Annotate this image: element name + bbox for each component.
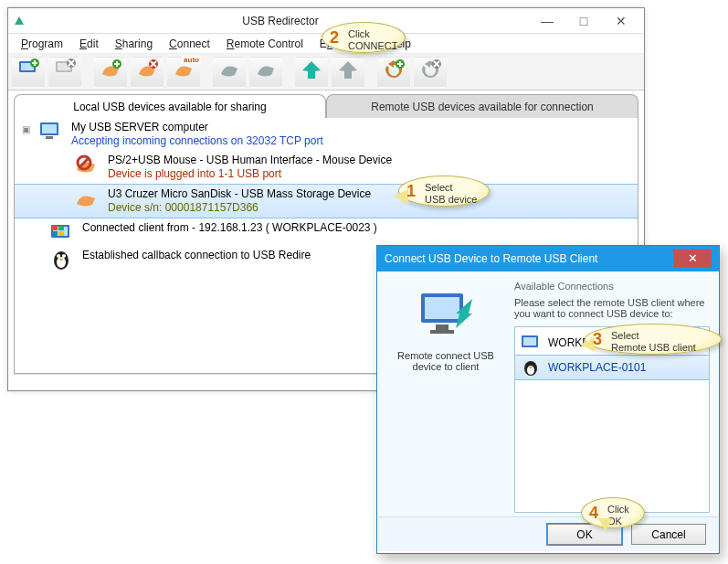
tree-selected-subtitle: Device s/n: 00001871157D366 bbox=[108, 201, 371, 215]
tree-callback-title: Established callback connection to USB R… bbox=[82, 249, 311, 262]
computer-icon bbox=[38, 121, 64, 143]
connect-dialog: Connect USB Device to Remote USB Client … bbox=[376, 245, 720, 554]
callout-2: 2 Click CONNECT bbox=[322, 22, 406, 53]
tree-item-selected[interactable]: U3 Cruzer Micro SanDisk - USB Mass Stora… bbox=[15, 184, 638, 218]
callout-line1: Select bbox=[425, 182, 453, 193]
tb-disconnect-button[interactable] bbox=[332, 57, 364, 88]
dialog-title: Connect USB Device to Remote USB Client bbox=[385, 252, 673, 265]
dialog-button-row: OK Cancel bbox=[377, 516, 719, 551]
linux-client-icon bbox=[521, 358, 541, 377]
callout-3: 3 Select Remote USB client bbox=[585, 324, 722, 355]
callout-line2: CONNECT bbox=[348, 40, 397, 51]
svg-rect-26 bbox=[425, 297, 459, 319]
tb-auto-share-button[interactable]: auto bbox=[167, 57, 200, 88]
menu-remote-control[interactable]: Remote Control bbox=[219, 36, 311, 52]
tab-remote[interactable]: Remote USB devices available for connect… bbox=[326, 94, 638, 118]
dialog-titlebar: Connect USB Device to Remote USB Client … bbox=[377, 246, 719, 271]
callout-4: 4 Click OK bbox=[581, 497, 645, 528]
svg-rect-19 bbox=[52, 231, 58, 236]
callout-number: 1 bbox=[406, 186, 416, 197]
minimize-button[interactable]: — bbox=[529, 12, 565, 30]
toolbar: auto bbox=[8, 54, 644, 90]
menu-sharing[interactable]: Sharing bbox=[108, 36, 160, 52]
remote-connect-icon bbox=[414, 288, 478, 343]
close-button[interactable]: ✕ bbox=[602, 12, 640, 30]
tree-item-client[interactable]: Connected client from - 192.168.1.23 ( W… bbox=[15, 218, 638, 246]
app-icon bbox=[12, 14, 26, 28]
svg-rect-11 bbox=[42, 124, 57, 133]
tree-root-subtitle: Accepting incoming connections on 32032 … bbox=[71, 134, 323, 148]
tabs: Local USB devices available for sharing … bbox=[8, 94, 644, 118]
menu-connect[interactable]: Connect bbox=[162, 36, 217, 52]
svg-rect-12 bbox=[46, 136, 53, 139]
callout-line2: OK bbox=[607, 516, 622, 527]
callout-1: 1 Select USB device bbox=[398, 176, 490, 207]
svg-point-24 bbox=[62, 254, 66, 258]
collapse-icon[interactable]: ▣ bbox=[22, 124, 31, 134]
tab-local[interactable]: Local USB devices available for sharing bbox=[14, 94, 326, 118]
svg-rect-27 bbox=[436, 325, 448, 330]
connection-list[interactable]: WORKPLACE-0023 WORKPLACE-0101 bbox=[514, 326, 710, 513]
cancel-button[interactable]: Cancel bbox=[631, 524, 706, 545]
menu-program[interactable]: Program bbox=[14, 36, 70, 52]
auto-tag: auto bbox=[182, 56, 201, 64]
linux-client-icon bbox=[49, 249, 75, 271]
shared-device-icon bbox=[75, 187, 100, 209]
tb-remove-server-button[interactable] bbox=[48, 57, 81, 88]
callout-line1: Select bbox=[611, 330, 639, 341]
dialog-hint: Please select the remote USB client wher… bbox=[514, 292, 710, 326]
svg-rect-18 bbox=[58, 226, 64, 230]
windows-client-icon bbox=[49, 221, 75, 243]
callout-number: 3 bbox=[593, 334, 602, 346]
tree-root-title: My USB SERVER computer bbox=[71, 121, 323, 134]
callout-line2: USB device bbox=[425, 194, 477, 205]
svg-point-22 bbox=[57, 257, 66, 268]
svg-point-23 bbox=[57, 254, 60, 258]
tb-unshare-button[interactable] bbox=[131, 57, 164, 88]
tb-connect-button[interactable] bbox=[295, 57, 328, 88]
dialog-left-panel: Remote connect USB device to client bbox=[386, 281, 505, 513]
dialog-close-button[interactable]: ✕ bbox=[673, 250, 712, 268]
connection-label: WORKPLACE-0101 bbox=[548, 361, 646, 374]
tb-add-server-button[interactable] bbox=[12, 57, 45, 88]
callout-line1: Click bbox=[348, 28, 370, 39]
dialog-left-caption: Remote connect USB device to client bbox=[386, 350, 505, 372]
svg-rect-17 bbox=[52, 226, 58, 230]
blocked-device-icon bbox=[75, 154, 100, 176]
maximize-button[interactable]: □ bbox=[565, 12, 602, 30]
tree-selected-title: U3 Cruzer Micro SanDisk - USB Mass Stora… bbox=[108, 187, 371, 201]
svg-rect-20 bbox=[58, 231, 64, 236]
callout-line2: Remote USB client bbox=[611, 342, 696, 353]
tree-root[interactable]: ▣ My USB SERVER computer Accepting incom… bbox=[15, 118, 638, 151]
callout-number: 4 bbox=[589, 507, 598, 519]
callout-line1: Click bbox=[607, 504, 629, 515]
menu-edit[interactable]: Edit bbox=[72, 36, 106, 52]
tb-refresh-add-button[interactable] bbox=[377, 57, 410, 88]
available-connections-label: Available Connections bbox=[514, 281, 710, 292]
tree-client-title: Connected client from - 192.168.1.23 ( W… bbox=[82, 221, 377, 235]
tb-back-grey-button-2[interactable] bbox=[249, 57, 282, 88]
connection-item-selected[interactable]: WORKPLACE-0101 bbox=[515, 355, 709, 380]
windows-client-icon bbox=[521, 334, 541, 352]
tree-mouse-subtitle: Device is plugged into 1-1 USB port bbox=[108, 167, 392, 181]
tree-mouse-title: PS/2+USB Mouse - USB Human Interface - M… bbox=[108, 154, 392, 167]
svg-rect-28 bbox=[430, 330, 454, 334]
tree-item-mouse[interactable]: PS/2+USB Mouse - USB Human Interface - M… bbox=[15, 151, 638, 184]
callout-number: 2 bbox=[330, 32, 339, 44]
tb-share-button[interactable] bbox=[94, 57, 127, 88]
tb-refresh-remove-button[interactable] bbox=[414, 57, 447, 88]
svg-rect-30 bbox=[523, 337, 536, 346]
tb-back-grey-button[interactable] bbox=[213, 57, 246, 88]
window-title: USB Redirector bbox=[32, 15, 529, 27]
